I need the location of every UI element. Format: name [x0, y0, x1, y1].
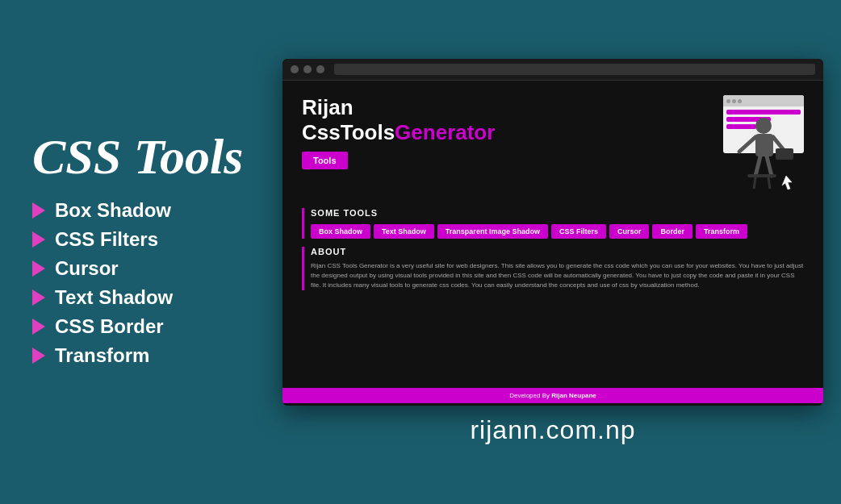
browser-chrome	[282, 59, 823, 81]
browser-content: Rijan CssToolsGenerator Tools	[282, 81, 823, 403]
about-heading: ABOUT	[311, 247, 804, 256]
browser-address-bar	[334, 64, 815, 75]
menu-item[interactable]: CSS Filters	[32, 228, 282, 251]
tool-button[interactable]: Transparent Image Shadow	[437, 224, 548, 239]
some-tools-section: SOME TOOLS Box ShadowText ShadowTranspar…	[302, 208, 804, 239]
svg-line-9	[768, 177, 770, 189]
menu-list: Box ShadowCSS FiltersCursorText ShadowCS…	[32, 199, 282, 367]
menu-arrow-icon	[32, 289, 45, 306]
menu-item[interactable]: Text Shadow	[32, 286, 282, 309]
hero-text: Rijan CssToolsGenerator Tools	[302, 95, 495, 169]
menu-arrow-icon	[32, 319, 45, 335]
left-panel: CSS Tools Box ShadowCSS FiltersCursorTex…	[32, 131, 282, 373]
mini-dot-2	[732, 99, 736, 103]
hero-section: Rijan CssToolsGenerator Tools	[302, 95, 804, 192]
tool-button[interactable]: Border	[652, 224, 692, 239]
menu-item-label: Transform	[55, 344, 149, 367]
illustration	[675, 95, 804, 192]
mini-browser-bar	[723, 95, 804, 106]
mini-dot-1	[726, 99, 730, 103]
menu-item-label: CSS Border	[55, 315, 164, 338]
browser-mockup: Rijan CssToolsGenerator Tools	[282, 59, 823, 406]
svg-marker-10	[782, 176, 792, 190]
about-text: Rijan CSS Tools Generator is a very usef…	[311, 261, 804, 290]
footer-dev-name: Rijan Neupane	[551, 392, 596, 399]
menu-item[interactable]: Box Shadow	[32, 199, 282, 222]
svg-line-8	[754, 177, 755, 189]
some-tools-heading: SOME TOOLS	[311, 208, 804, 218]
menu-arrow-icon	[32, 348, 45, 364]
tools-button[interactable]: Tools	[302, 152, 348, 169]
site-title: Rijan CssToolsGenerator	[302, 95, 495, 145]
svg-line-3	[773, 137, 784, 150]
tool-button[interactable]: Transform	[696, 224, 747, 239]
person-illustration	[731, 111, 796, 192]
svg-line-2	[739, 137, 755, 152]
browser-dot-3	[316, 65, 324, 73]
bottom-url: rijann.com.np	[470, 415, 635, 445]
menu-arrow-icon	[32, 260, 45, 277]
mini-dot-3	[738, 99, 742, 103]
svg-line-6	[767, 156, 772, 176]
about-section: ABOUT Rijan CSS Tools Generator is a ver…	[302, 247, 804, 290]
menu-item-label: Cursor	[55, 257, 119, 280]
svg-rect-7	[747, 174, 776, 177]
right-wrapper: Rijan CssToolsGenerator Tools	[282, 59, 823, 445]
menu-item[interactable]: CSS Border	[32, 315, 282, 338]
menu-item-label: CSS Filters	[55, 228, 158, 251]
tool-button[interactable]: CSS Filters	[551, 224, 606, 239]
csstools-text: CssTools	[302, 120, 395, 144]
footer-developed-by: Developed By	[509, 392, 550, 399]
svg-rect-4	[776, 148, 793, 160]
browser-footer: Developed By Rijan Neupane	[282, 388, 823, 403]
svg-rect-1	[755, 134, 773, 156]
svg-line-5	[755, 156, 760, 176]
tool-button[interactable]: Text Shadow	[374, 224, 434, 239]
menu-arrow-icon	[32, 202, 45, 219]
svg-point-0	[755, 118, 772, 134]
browser-dot-2	[303, 65, 312, 73]
css-tools-heading: CSS Tools	[32, 131, 282, 181]
generator-text: Generator	[395, 120, 495, 144]
menu-item-label: Text Shadow	[55, 286, 173, 309]
browser-dot-1	[291, 65, 299, 73]
menu-item-label: Box Shadow	[55, 199, 171, 222]
rijan-text: Rijan	[302, 95, 354, 119]
menu-item[interactable]: Cursor	[32, 257, 282, 280]
tools-buttons: Box ShadowText ShadowTransparent Image S…	[311, 224, 804, 239]
menu-arrow-icon	[32, 231, 45, 248]
tool-button[interactable]: Cursor	[609, 224, 650, 239]
tool-button[interactable]: Box Shadow	[311, 224, 370, 239]
menu-item[interactable]: Transform	[32, 344, 282, 367]
